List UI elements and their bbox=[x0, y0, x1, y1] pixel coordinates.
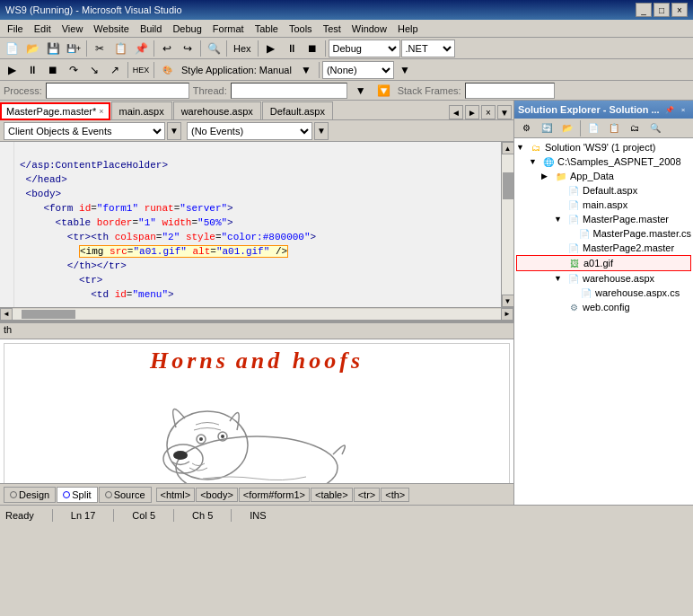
tab-list[interactable]: ▼ bbox=[497, 105, 512, 119]
menu-edit[interactable]: Edit bbox=[29, 22, 57, 36]
debug-btn6[interactable]: ↗ bbox=[105, 61, 125, 79]
tree-solution[interactable]: ▼ 🗂 Solution 'WS9' (1 project) bbox=[516, 140, 691, 154]
scroll-thumb-v[interactable] bbox=[503, 172, 513, 199]
code-scrollbar-h[interactable]: ◄ ► bbox=[0, 307, 513, 320]
split-btn[interactable]: Split bbox=[57, 487, 97, 503]
source-btn[interactable]: Source bbox=[99, 487, 152, 503]
tab-default[interactable]: Default.aspx bbox=[262, 101, 333, 119]
tab-warehouse[interactable]: warehouse.aspx bbox=[173, 101, 261, 119]
none-dropdown[interactable]: (None) bbox=[322, 61, 394, 79]
save-all-btn[interactable]: 💾+ bbox=[64, 40, 83, 57]
se-nested-btn[interactable]: 📂 bbox=[557, 119, 577, 137]
tree-project[interactable]: ▼ 🌐 C:\Samples_ASPNET_2008 bbox=[516, 154, 691, 169]
redo-btn[interactable]: ↪ bbox=[178, 40, 197, 57]
tree-main-aspx[interactable]: 📄 main.aspx bbox=[516, 198, 691, 212]
scroll-left-btn[interactable]: ◄ bbox=[0, 308, 13, 321]
stack-input[interactable] bbox=[465, 83, 555, 99]
client-objects-dropdown[interactable]: Client Objects & Events bbox=[4, 122, 165, 140]
paste-btn[interactable]: 📌 bbox=[131, 40, 151, 57]
filter-btn2[interactable]: 🔽 bbox=[374, 82, 394, 100]
minimize-button[interactable]: _ bbox=[636, 3, 652, 17]
se-btn3[interactable]: 🗂 bbox=[625, 119, 645, 137]
debug-btn5[interactable]: ↘ bbox=[84, 61, 104, 79]
copy-btn[interactable]: 📋 bbox=[110, 40, 130, 57]
expand-project[interactable]: ▼ bbox=[529, 157, 541, 166]
toolbar-btn2[interactable]: ⏸ bbox=[282, 40, 302, 57]
tab-scroll-left[interactable]: ◄ bbox=[449, 105, 463, 119]
style-btn[interactable]: 🎨 bbox=[157, 61, 177, 79]
expand-solution[interactable]: ▼ bbox=[516, 143, 529, 152]
menu-window[interactable]: Window bbox=[346, 22, 392, 36]
se-btn4[interactable]: 🔍 bbox=[645, 119, 665, 137]
bc-body[interactable]: <body> bbox=[196, 488, 238, 502]
menu-help[interactable]: Help bbox=[392, 22, 424, 36]
open-btn[interactable]: 📂 bbox=[22, 40, 42, 57]
tree-masterpage-cs[interactable]: 📄 MasterPage.master.cs bbox=[516, 226, 691, 241]
menu-debug[interactable]: Debug bbox=[167, 22, 206, 36]
code-content[interactable]: </asp:ContentPlaceHolder> </head> <body>… bbox=[14, 142, 513, 307]
menu-website[interactable]: Website bbox=[88, 22, 135, 36]
expand-warehouse[interactable]: ▼ bbox=[554, 274, 566, 283]
debug-btn7[interactable]: HEX bbox=[131, 61, 151, 79]
events-btn[interactable]: ▼ bbox=[314, 122, 329, 140]
expand-appdata[interactable]: ▶ bbox=[541, 172, 554, 180]
bc-table[interactable]: <table> bbox=[311, 488, 353, 502]
tree-appdata[interactable]: ▶ 📁 App_Data bbox=[516, 169, 691, 183]
tab-main[interactable]: main.aspx bbox=[111, 101, 172, 119]
none-dropdown-btn[interactable]: ▼ bbox=[395, 61, 415, 79]
debug-dropdown[interactable]: Debug bbox=[329, 40, 400, 57]
design-btn[interactable]: Design bbox=[4, 487, 56, 503]
menu-file[interactable]: File bbox=[2, 22, 29, 36]
se-close-btn[interactable]: × bbox=[677, 103, 689, 116]
tab-scroll-right[interactable]: ► bbox=[465, 105, 479, 119]
se-pin-btn[interactable]: 📌 bbox=[663, 103, 676, 116]
tree-masterpage[interactable]: ▼ 📄 MasterPage.master bbox=[516, 212, 691, 226]
tree-default-aspx[interactable]: 📄 Default.aspx bbox=[516, 183, 691, 198]
se-btn1[interactable]: 📄 bbox=[583, 119, 603, 137]
menu-tools[interactable]: Tools bbox=[284, 22, 318, 36]
menu-view[interactable]: View bbox=[57, 22, 89, 36]
client-objects-btn[interactable]: ▼ bbox=[167, 122, 181, 140]
toolbar-btn3[interactable]: ⏹ bbox=[303, 40, 322, 57]
scroll-thumb-h[interactable] bbox=[22, 310, 75, 319]
menu-format[interactable]: Format bbox=[207, 22, 250, 36]
debug-btn1[interactable]: ▶ bbox=[2, 61, 22, 79]
scroll-up-btn[interactable]: ▲ bbox=[502, 142, 514, 154]
menu-test[interactable]: Test bbox=[318, 22, 346, 36]
tab-close-active[interactable]: × bbox=[481, 105, 496, 119]
expand-masterpage[interactable]: ▼ bbox=[554, 215, 566, 224]
bc-tr[interactable]: <tr> bbox=[354, 488, 381, 502]
se-properties-btn[interactable]: ⚙ bbox=[516, 119, 536, 137]
cut-btn[interactable]: ✂ bbox=[90, 40, 110, 57]
tree-webconfig[interactable]: ⚙ web.config bbox=[516, 300, 691, 314]
scroll-right-btn[interactable]: ► bbox=[501, 308, 513, 321]
tree-warehouse-cs[interactable]: 📄 warehouse.aspx.cs bbox=[516, 286, 691, 300]
find-btn[interactable]: 🔍 bbox=[204, 40, 224, 57]
toolbar-btn1[interactable]: ▶ bbox=[261, 40, 281, 57]
tree-a01gif[interactable]: 🖼 a01.gif bbox=[516, 255, 691, 271]
tab-masterpage-close[interactable]: × bbox=[99, 107, 103, 116]
thread-input[interactable] bbox=[231, 83, 347, 99]
code-scrollbar-v[interactable]: ▲ ▼ bbox=[501, 142, 513, 307]
menu-table[interactable]: Table bbox=[250, 22, 284, 36]
style-dropdown-btn[interactable]: ▼ bbox=[296, 61, 316, 79]
se-refresh-btn[interactable]: 🔄 bbox=[537, 119, 557, 137]
debug-btn4[interactable]: ↷ bbox=[64, 61, 83, 79]
process-input[interactable] bbox=[46, 83, 189, 99]
debug-btn2[interactable]: ⏸ bbox=[22, 61, 42, 79]
tree-masterpage2[interactable]: 📄 MasterPage2.master bbox=[516, 241, 691, 255]
debug-btn3[interactable]: ⏹ bbox=[43, 61, 63, 79]
bc-html[interactable]: <html> bbox=[156, 488, 196, 502]
maximize-button[interactable]: □ bbox=[654, 3, 670, 17]
tab-masterpage[interactable]: MasterPage.master* × bbox=[0, 102, 110, 120]
bc-form[interactable]: <form#form1> bbox=[239, 488, 310, 502]
menu-build[interactable]: Build bbox=[135, 22, 167, 36]
events-dropdown[interactable]: (No Events) bbox=[187, 122, 312, 140]
se-btn2[interactable]: 📋 bbox=[604, 119, 624, 137]
scroll-down-btn[interactable]: ▼ bbox=[502, 295, 514, 307]
save-btn[interactable]: 💾 bbox=[43, 40, 63, 57]
undo-btn[interactable]: ↩ bbox=[157, 40, 177, 57]
filter-btn[interactable]: ▼ bbox=[351, 82, 371, 100]
bc-th[interactable]: <th> bbox=[381, 488, 409, 502]
tree-warehouse-aspx[interactable]: ▼ 📄 warehouse.aspx bbox=[516, 271, 691, 286]
